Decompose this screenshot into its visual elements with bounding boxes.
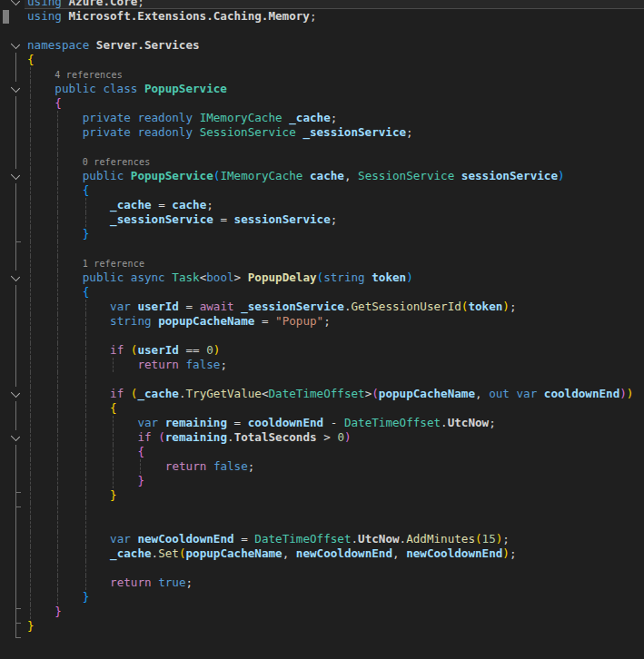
code-text: if (remaining.TotalSeconds > 0) — [137, 430, 351, 445]
code-line[interactable]: return false; — [0, 459, 644, 474]
indent-guide — [30, 183, 31, 198]
code-line[interactable]: { — [0, 445, 644, 459]
indent-guide — [85, 416, 86, 430]
indent-guide — [30, 517, 31, 532]
fold-chevron-icon[interactable] — [11, 432, 20, 441]
code-line[interactable]: _sessionService = sessionService; — [0, 212, 644, 227]
indent-guide — [57, 474, 58, 488]
code-line[interactable]: var remaining = cooldownEnd - DateTimeOf… — [0, 416, 644, 430]
indent-guide — [30, 154, 31, 169]
code-line[interactable]: public PopupService(IMemoryCache cache, … — [0, 169, 644, 183]
indent-guide — [57, 517, 58, 532]
code-text: { — [110, 401, 117, 416]
indent-guide — [85, 517, 86, 532]
indent-guide — [30, 82, 31, 96]
code-line[interactable]: } — [0, 227, 644, 241]
code-line[interactable]: var userId = await _sessionService.GetSe… — [0, 300, 644, 314]
code-line[interactable]: if (remaining.TotalSeconds > 0) — [0, 430, 644, 445]
code-line[interactable] — [0, 561, 644, 575]
code-line[interactable] — [0, 503, 644, 517]
code-text: using Azure.Core; — [27, 0, 144, 9]
indent-guide — [30, 445, 31, 459]
indent-guide — [30, 329, 31, 343]
indent-guide — [30, 300, 31, 314]
code-text: } — [137, 474, 144, 488]
indent-guide — [30, 546, 31, 561]
codelens-line[interactable]: 0 references — [0, 154, 644, 169]
code-line[interactable]: if (userId == 0) — [0, 343, 644, 358]
fold-chevron-icon[interactable] — [11, 272, 20, 281]
code-line[interactable]: using Microsoft.Extensions.Caching.Memor… — [0, 9, 644, 24]
code-line[interactable]: { — [0, 401, 644, 416]
code-line[interactable] — [0, 241, 644, 256]
code-editor[interactable]: using Azure.Core;using Microsoft.Extensi… — [0, 0, 644, 659]
codelens-references[interactable]: 1 reference — [83, 257, 144, 271]
code-text: return false; — [165, 459, 255, 474]
code-line[interactable]: } — [0, 488, 644, 503]
indent-guide — [57, 270, 58, 285]
code-line[interactable]: _cache.Set(popupCacheName, newCooldownEn… — [0, 546, 644, 561]
code-line[interactable] — [0, 140, 644, 154]
code-line[interactable]: } — [0, 474, 644, 488]
code-line[interactable]: var newCooldownEnd = DateTimeOffset.UtcN… — [0, 532, 644, 546]
code-line[interactable]: } — [0, 605, 644, 619]
code-line[interactable]: public class PopupService — [0, 82, 644, 96]
indent-guide — [30, 416, 31, 430]
code-line[interactable]: using Azure.Core; — [0, 0, 644, 9]
indent-guide — [57, 111, 58, 125]
indent-guide — [113, 445, 114, 459]
indent-guide — [113, 459, 114, 474]
code-line[interactable] — [0, 372, 644, 387]
indent-guide — [57, 575, 58, 590]
code-text: } — [83, 227, 90, 241]
indent-guide — [57, 241, 58, 256]
code-line[interactable]: { — [0, 285, 644, 300]
indent-guide — [30, 285, 31, 300]
fold-chevron-icon[interactable] — [11, 389, 20, 398]
indent-guide — [85, 212, 86, 227]
indent-guide — [30, 430, 31, 445]
indent-guide — [30, 140, 31, 154]
code-line[interactable]: string popupCacheName = "Popup"; — [0, 314, 644, 329]
code-line[interactable]: return true; — [0, 575, 644, 590]
code-text: } — [27, 619, 35, 634]
indent-guide — [30, 401, 31, 416]
codelens-line[interactable]: 1 reference — [0, 256, 644, 270]
indent-guide — [113, 430, 114, 445]
code-lines: using Azure.Core;using Microsoft.Extensi… — [0, 0, 644, 659]
indent-guide — [57, 401, 58, 416]
indent-guide — [57, 329, 58, 343]
code-line[interactable]: if (_cache.TryGetValue<DateTimeOffset>(p… — [0, 387, 644, 401]
code-line[interactable]: return false; — [0, 358, 644, 372]
indent-guide — [57, 212, 58, 227]
code-line[interactable]: _cache = cache; — [0, 198, 644, 212]
code-line[interactable]: private readonly SessionService _session… — [0, 125, 644, 140]
fold-chevron-icon[interactable] — [11, 0, 20, 5]
codelens-line[interactable]: 4 references — [0, 67, 644, 82]
code-line[interactable]: { — [0, 96, 644, 111]
fold-chevron-icon[interactable] — [11, 171, 20, 180]
code-line[interactable]: private readonly IMemoryCache _cache; — [0, 111, 644, 125]
code-line[interactable]: namespace Server.Services — [0, 38, 644, 53]
code-line[interactable] — [0, 634, 644, 648]
codelens-references[interactable]: 0 references — [83, 155, 151, 170]
fold-chevron-icon[interactable] — [11, 40, 20, 49]
code-line[interactable]: } — [0, 590, 644, 605]
fold-chevron-icon[interactable] — [11, 84, 20, 93]
indent-guide — [30, 474, 31, 488]
code-text: _sessionService = sessionService; — [110, 212, 337, 227]
indent-guide — [30, 111, 31, 125]
code-line[interactable]: public async Task<bool> PopupDelay(strin… — [0, 270, 644, 285]
code-line[interactable]: { — [0, 183, 644, 198]
indent-guide — [57, 488, 58, 503]
fold-rail-segment — [15, 53, 16, 82]
code-line[interactable]: } — [0, 619, 644, 634]
codelens-references[interactable]: 4 references — [54, 68, 123, 83]
code-line[interactable] — [0, 648, 644, 659]
code-line[interactable]: { — [0, 53, 644, 67]
indent-guide — [57, 227, 58, 241]
code-line[interactable] — [0, 24, 644, 38]
code-line[interactable] — [0, 517, 644, 532]
code-line[interactable] — [0, 329, 644, 343]
indent-guide — [57, 198, 58, 212]
